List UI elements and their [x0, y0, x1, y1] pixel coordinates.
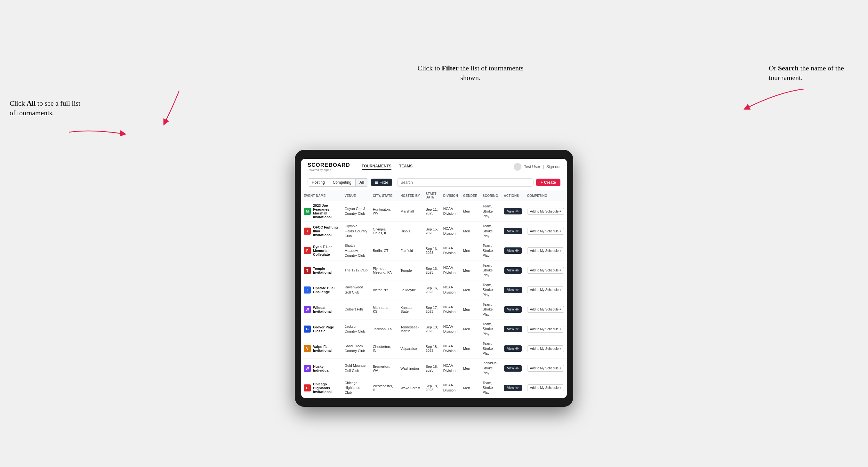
table-row: T Temple Invitational The 1912 Club Plym…: [301, 260, 567, 280]
tournaments-table: EVENT NAME VENUE CITY, STATE HOSTED BY S…: [301, 190, 567, 398]
table-row: V Valpo Fall Invitational Sand Creek Cou…: [301, 339, 567, 359]
cell-venue-9: Chicago Highlands Club: [342, 378, 370, 398]
cell-event-name-8: W Husky Individual: [301, 359, 342, 378]
cell-event-name-6: G Grover Page Classic: [301, 319, 342, 339]
tab-competing[interactable]: Competing: [329, 179, 355, 186]
team-logo-8: W: [304, 365, 311, 372]
add-schedule-button-5[interactable]: Add to My Schedule +: [527, 306, 564, 313]
add-schedule-button-9[interactable]: Add to My Schedule +: [527, 384, 564, 391]
sign-out-link[interactable]: Sign out: [546, 164, 560, 169]
header-right: Test User | Sign out: [514, 163, 560, 170]
eye-icon-3: 👁: [515, 269, 519, 272]
tab-all[interactable]: All: [355, 179, 368, 186]
view-label-6: View: [507, 328, 514, 331]
nav-tournaments[interactable]: TOURNAMENTS: [362, 164, 392, 169]
team-logo-2: F: [304, 247, 311, 254]
add-schedule-button-8[interactable]: Add to My Schedule +: [527, 365, 564, 372]
cell-event-name-0: M 2023 Joe Feaganes Marshall Invitationa…: [301, 201, 342, 221]
create-button[interactable]: + Create: [536, 179, 560, 186]
event-name-text-4: Upstate Dual Challenge: [313, 286, 339, 294]
eye-icon-7: 👁: [515, 347, 519, 350]
view-button-1[interactable]: View 👁: [504, 228, 522, 234]
table-row: W Husky Individual Gold Mountain Golf Cl…: [301, 359, 567, 378]
cell-division-6: NCAADivision I: [441, 319, 461, 339]
cell-date-1: Sep 15, 2023: [423, 221, 441, 241]
event-name-text-3: Temple Invitational: [313, 267, 339, 274]
cell-event-name-9: C Chicago Highlands Invitational: [301, 378, 342, 398]
eye-icon-8: 👁: [515, 367, 519, 370]
tab-hosting[interactable]: Hosting: [308, 179, 329, 186]
view-button-6[interactable]: View 👁: [504, 326, 522, 332]
team-logo-3: T: [304, 267, 311, 274]
eye-icon-1: 👁: [515, 229, 519, 233]
avatar: [514, 163, 521, 170]
add-schedule-button-6[interactable]: Add to My Schedule +: [527, 326, 564, 333]
cell-division-9: NCAADivision I: [441, 378, 461, 398]
col-city-state: CITY, STATE: [370, 190, 398, 201]
eye-icon-9: 👁: [515, 386, 519, 390]
cell-division-1: NCAADivision I: [441, 221, 461, 241]
filter-icon: ☰: [375, 181, 378, 185]
col-gender: GENDER: [461, 190, 480, 201]
cell-hosted-6: Tennessee-Martin: [398, 319, 423, 339]
event-name-text-5: Wildcat Invitational: [313, 306, 339, 313]
cell-hosted-8: Washington: [398, 359, 423, 378]
separator: |: [543, 164, 544, 169]
view-button-2[interactable]: View 👁: [504, 247, 522, 254]
add-schedule-button-0[interactable]: Add to My Schedule +: [527, 208, 564, 215]
cell-competing-3: Add to My Schedule +: [525, 260, 567, 280]
cell-competing-2: Add to My Schedule +: [525, 241, 567, 260]
cell-division-4: NCAADivision I: [441, 280, 461, 300]
cell-hosted-0: Marshall: [398, 201, 423, 221]
cell-city-2: Berlin, CT: [370, 241, 398, 260]
event-name-text-0: 2023 Joe Feaganes Marshall Invitational: [313, 204, 339, 219]
add-schedule-button-3[interactable]: Add to My Schedule +: [527, 267, 564, 274]
table-header: EVENT NAME VENUE CITY, STATE HOSTED BY S…: [301, 190, 567, 201]
table-row: I OFCC Fighting Illini Invitational Olym…: [301, 221, 567, 241]
app-header: SCOREBOARD Powered by clippd TOURNAMENTS…: [301, 159, 567, 175]
view-label-4: View: [507, 288, 514, 291]
cell-actions-3: View 👁: [501, 260, 525, 280]
view-button-5[interactable]: View 👁: [504, 306, 522, 313]
view-button-4[interactable]: View 👁: [504, 287, 522, 293]
cell-hosted-9: Wake Forest: [398, 378, 423, 398]
cell-hosted-4: Le Moyne: [398, 280, 423, 300]
table-row: M 2023 Joe Feaganes Marshall Invitationa…: [301, 201, 567, 221]
add-schedule-button-1[interactable]: Add to My Schedule +: [527, 228, 564, 235]
cell-date-7: Sep 18, 2023: [423, 339, 441, 359]
cell-competing-0: Add to My Schedule +: [525, 201, 567, 221]
event-name-text-7: Valpo Fall Invitational: [313, 345, 339, 352]
view-label-7: View: [507, 347, 514, 350]
view-button-7[interactable]: View 👁: [504, 345, 522, 352]
cell-division-7: NCAADivision I: [441, 339, 461, 359]
cell-event-name-7: V Valpo Fall Invitational: [301, 339, 342, 359]
col-start-date: START DATE: [423, 190, 441, 201]
logo-area: SCOREBOARD Powered by clippd: [308, 162, 350, 172]
arrow-search: [714, 80, 810, 112]
view-button-9[interactable]: View 👁: [504, 385, 522, 391]
cell-city-0: Huntington, WV: [370, 201, 398, 221]
cell-venue-8: Gold Mountain Golf Club: [342, 359, 370, 378]
cell-date-9: Sep 18, 2023: [423, 378, 441, 398]
add-schedule-button-4[interactable]: Add to My Schedule +: [527, 286, 564, 293]
cell-city-7: Chesterton, IN: [370, 339, 398, 359]
header-left: SCOREBOARD Powered by clippd TOURNAMENTS…: [308, 162, 412, 172]
add-schedule-label-7: Add to My Schedule +: [530, 347, 561, 350]
cell-city-6: Jackson, TN: [370, 319, 398, 339]
cell-date-8: Sep 18, 2023: [423, 359, 441, 378]
view-button-0[interactable]: View 👁: [504, 208, 522, 214]
arrow-filter: [141, 87, 205, 126]
add-schedule-button-2[interactable]: Add to My Schedule +: [527, 247, 564, 254]
cell-competing-9: Add to My Schedule +: [525, 378, 567, 398]
cell-competing-1: Add to My Schedule +: [525, 221, 567, 241]
cell-date-4: Sep 16, 2023: [423, 280, 441, 300]
view-button-3[interactable]: View 👁: [504, 267, 522, 274]
nav-teams[interactable]: TEAMS: [399, 164, 412, 169]
search-input[interactable]: [397, 178, 534, 187]
logo-text: SCOREBOARD: [308, 162, 350, 168]
add-schedule-button-7[interactable]: Add to My Schedule +: [527, 345, 564, 352]
view-button-8[interactable]: View 👁: [504, 365, 522, 372]
cell-scoring-0: Team,Stroke Play: [480, 201, 501, 221]
filter-button[interactable]: ☰ Filter: [371, 179, 392, 186]
cell-actions-0: View 👁: [501, 201, 525, 221]
